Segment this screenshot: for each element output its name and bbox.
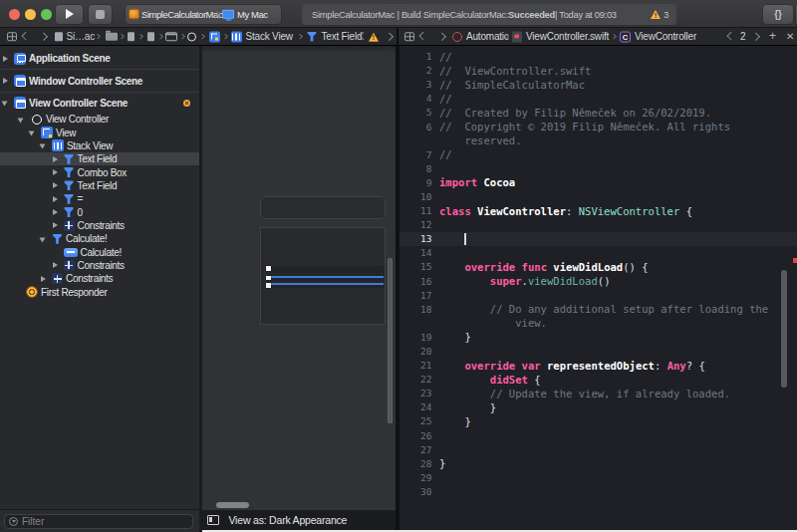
editor-vertical-scrollbar[interactable] — [781, 270, 787, 388]
outline-row-application-scene[interactable]: Application Scene — [0, 52, 199, 65]
outline-row-first-responder[interactable]: First Responder — [0, 286, 199, 299]
code-line-10[interactable]: 10 — [399, 189, 797, 203]
next-counterpart-icon[interactable] — [752, 32, 760, 40]
warning-icon[interactable] — [651, 10, 661, 19]
code-line-22[interactable]: 22 didSet { — [399, 373, 797, 387]
view-icon[interactable] — [209, 31, 220, 42]
related-items-icon[interactable] — [7, 32, 17, 42]
text-field-icon[interactable] — [307, 32, 318, 42]
code-line-wrap[interactable]: reserved. — [399, 133, 797, 147]
breadcrumb-stack-view[interactable]: Stack View — [246, 28, 293, 45]
add-editor-button[interactable]: + — [769, 28, 776, 45]
outline-row-view[interactable]: View — [0, 126, 199, 138]
close-editor-button[interactable]: ✕ — [786, 28, 794, 45]
warning-count[interactable]: 3 — [664, 10, 668, 20]
outline-row-window-controller-scene[interactable]: Window Controller Scene — [0, 74, 199, 87]
code-line-3[interactable]: 3// SimpleCalculatorMac — [399, 78, 797, 92]
window-content-mock[interactable] — [260, 227, 386, 325]
code-line-28[interactable]: 28} — [399, 456, 797, 470]
breadcrumb-project[interactable]: Si…ac — [67, 28, 95, 45]
disclosure-triangle-icon[interactable] — [53, 196, 58, 202]
outline-row-view-controller[interactable]: View Controller — [0, 113, 199, 126]
outline-row-view-controller-scene[interactable]: View Controller Scene — [0, 97, 199, 110]
minimize-window-button[interactable] — [25, 9, 36, 20]
code-snippets-button[interactable]: {} — [763, 5, 793, 25]
code-line-9[interactable]: 9import Cocoa — [399, 175, 797, 189]
resize-handle[interactable] — [266, 283, 271, 288]
stack-view-icon[interactable] — [231, 31, 242, 42]
code-line-23[interactable]: 23 // Update the view, if already loaded… — [399, 387, 797, 400]
resize-handle[interactable] — [266, 266, 271, 271]
disclosure-triangle-icon[interactable] — [53, 209, 58, 215]
disclosure-triangle-icon[interactable] — [53, 262, 58, 268]
outline-row-constraints[interactable]: Constraints — [0, 219, 199, 232]
close-window-button[interactable] — [9, 9, 20, 20]
document-icon[interactable] — [55, 32, 63, 42]
issue-warning-icon[interactable] — [369, 32, 379, 41]
code-line-27[interactable]: 27 — [399, 442, 797, 456]
code-line-15[interactable]: 15 override func viewDidLoad() { — [399, 260, 797, 274]
code-line-16[interactable]: 16 super.viewDidLoad() — [399, 274, 797, 288]
scheme-selector[interactable]: SimpleCalculatorMac My Mac — [126, 5, 281, 25]
disclosure-triangle-icon[interactable] — [41, 276, 46, 282]
code-line-29[interactable]: 29 — [399, 470, 797, 484]
code-line-14[interactable]: 14 — [399, 246, 797, 260]
warning-badge[interactable] — [183, 100, 190, 107]
disclosure-triangle-icon[interactable] — [53, 169, 58, 175]
outline-row-constraints[interactable]: Constraints — [0, 259, 199, 272]
code-line-26[interactable]: 26 — [399, 428, 797, 442]
disclosure-triangle-icon[interactable] — [40, 237, 46, 242]
breadcrumb-symbol[interactable]: ViewController — [635, 28, 696, 45]
code-line-19[interactable]: 19 } — [399, 330, 797, 344]
selected-text-field[interactable] — [268, 266, 385, 288]
code-line-7[interactable]: 7// — [399, 147, 797, 161]
related-items-icon[interactable] — [404, 32, 414, 42]
code-line-5[interactable]: 5// Created by Filip Němeček on 26/02/20… — [399, 106, 797, 120]
disclosure-triangle-icon[interactable] — [2, 102, 8, 107]
code-line-18[interactable]: 18 // Do any additional setup after load… — [399, 302, 797, 316]
forward-icon[interactable] — [438, 32, 446, 40]
disclosure-triangle-icon[interactable] — [53, 222, 58, 228]
class-icon[interactable]: C — [620, 31, 631, 42]
outline-row--[interactable]: = — [0, 192, 199, 205]
code-line-20[interactable]: 20 — [399, 344, 797, 358]
code-line-6[interactable]: 6// Copyright © 2019 Filip Němeček. All … — [399, 120, 797, 133]
disclosure-triangle-icon[interactable] — [18, 118, 24, 123]
source-editor[interactable]: 1//2// ViewController.swift3// SimpleCal… — [399, 46, 797, 530]
disclosure-triangle-icon[interactable] — [29, 132, 35, 136]
breadcrumb-text-field[interactable]: Text Field — [322, 28, 363, 45]
outline-row-calculate-[interactable]: Calculate! — [0, 232, 199, 245]
folder-icon[interactable] — [106, 32, 118, 41]
view-as-bar[interactable]: View as: Dark Appearance — [202, 510, 397, 530]
disclosure-triangle-icon[interactable] — [53, 156, 58, 162]
code-line-4[interactable]: 4// — [399, 92, 797, 106]
window-icon[interactable] — [165, 32, 177, 42]
outline-row-0[interactable]: 0 — [0, 205, 199, 218]
outline-row-combo-box[interactable]: Combo Box — [0, 165, 199, 178]
breadcrumb-file[interactable]: ViewController.swift — [526, 28, 609, 45]
code-line-2[interactable]: 2// ViewController.swift — [399, 64, 797, 78]
forward-icon[interactable] — [40, 32, 48, 40]
ib-canvas[interactable] — [202, 46, 397, 510]
view-as-label[interactable]: View as: Dark Appearance — [229, 514, 348, 526]
back-icon[interactable] — [22, 32, 30, 40]
outline-row-stack-view[interactable]: Stack View — [0, 139, 199, 152]
outline-row-constraints[interactable]: Constraints — [0, 272, 199, 285]
code-line-12[interactable]: 12 — [399, 218, 797, 232]
outline-row-text-field[interactable]: Text Field — [0, 179, 199, 192]
code-line-25[interactable]: 25 } — [399, 414, 797, 428]
disclosure-triangle-icon[interactable] — [3, 78, 8, 84]
file-icon[interactable] — [147, 32, 155, 42]
code-line-21[interactable]: 21 override var representedObject: Any? … — [399, 359, 797, 373]
code-line-17[interactable]: 17 — [399, 288, 797, 302]
canvas-horizontal-scrollbar[interactable] — [216, 502, 249, 508]
code-line-1[interactable]: 1// — [399, 50, 797, 64]
view-controller-icon[interactable] — [187, 32, 196, 41]
prev-counterpart-icon[interactable] — [727, 32, 735, 40]
disclosure-triangle-icon[interactable] — [53, 182, 58, 188]
code-line-30[interactable]: 30 — [399, 484, 797, 498]
disclosure-triangle-icon[interactable] — [40, 144, 46, 149]
document-outline[interactable]: Application SceneWindow Controller Scene… — [0, 46, 199, 509]
file-icon[interactable] — [128, 32, 135, 42]
zoom-window-button[interactable] — [41, 9, 52, 20]
